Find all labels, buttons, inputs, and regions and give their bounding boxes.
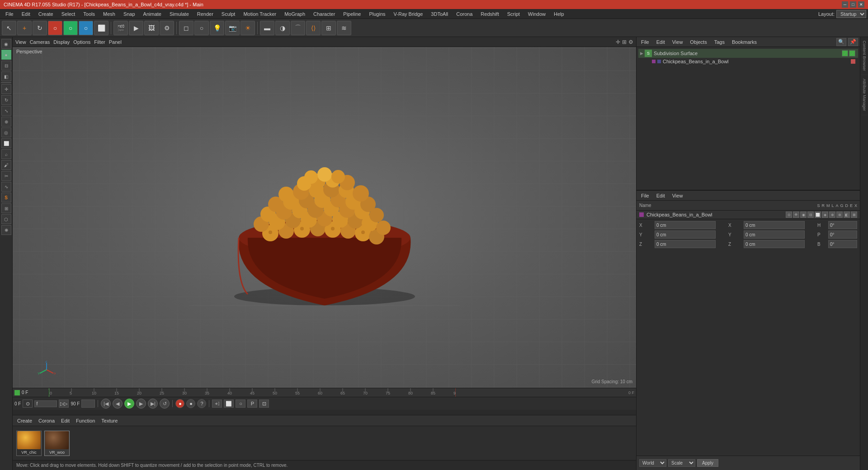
timeline-ruler-bar[interactable]: 0 5 10 15 20 25 30 35 [49, 388, 623, 397]
toolbar-grid[interactable]: ⊞ [321, 21, 336, 35]
coord-z-pos[interactable] [655, 240, 716, 248]
lt-knife[interactable]: ✂ [1, 171, 11, 181]
toolbar-bend[interactable]: ⌒ [291, 21, 305, 35]
attr-icon-10[interactable]: ⊠ [851, 212, 857, 218]
obj-pin[interactable]: 📌 [848, 38, 858, 46]
lt-sculpt[interactable]: ❋ [1, 225, 11, 235]
lt-mode-point[interactable]: ● [1, 50, 11, 60]
menu-script[interactable]: Script [504, 10, 524, 18]
mat-menu-corona[interactable]: Corona [36, 417, 57, 424]
coord-x-pos[interactable] [655, 221, 716, 229]
tl-autokey[interactable]: ● [186, 399, 195, 408]
toolbar-terrain[interactable]: ≋ [337, 21, 351, 35]
material-swatch-2[interactable]: VR_woo [44, 431, 70, 456]
vp-menu-filter[interactable]: Filter [94, 39, 105, 45]
tl-prev-frame[interactable]: ◀ [113, 399, 123, 409]
menu-sculpt[interactable]: Sculpt [218, 10, 239, 18]
mat-menu-create[interactable]: Create [14, 417, 35, 424]
obj-menu-view[interactable]: View [670, 38, 686, 46]
attr-object-row[interactable]: Chickpeas_Beans_in_a_Bowl ⊙ 👁 ◉ ⊟ ⬜ ◈ ⊕ … [637, 211, 860, 219]
menu-3dtoall[interactable]: 3DToAll [427, 10, 452, 18]
tl-go-end[interactable]: ▶| [148, 399, 158, 409]
mat-menu-function[interactable]: Function [73, 417, 98, 424]
vp-menu-view[interactable]: View [15, 39, 26, 45]
coord-y-size[interactable] [744, 230, 805, 239]
toolbar-render-settings[interactable]: ⚙ [160, 21, 174, 35]
toolbar-obj-cube[interactable]: ◻ [179, 21, 193, 35]
scale-dropdown[interactable]: Scale Size [668, 459, 695, 467]
vp-menu-cameras[interactable]: Cameras [30, 39, 50, 45]
tl-next-frame[interactable]: ▶ [136, 399, 146, 409]
toolbar-render[interactable]: ▶ [129, 21, 143, 35]
lt-tool-rotate[interactable]: ↻ [1, 95, 11, 105]
mat-menu-texture[interactable]: Texture [99, 417, 120, 424]
attr-menu-file[interactable]: File [638, 192, 652, 199]
coord-y-pos[interactable] [655, 230, 716, 239]
attr-menu-edit[interactable]: Edit [654, 192, 668, 199]
toolbar-rotate[interactable]: ↻ [33, 21, 47, 35]
toolbar-sky[interactable]: ◑ [275, 21, 290, 35]
tl-help[interactable]: ? [197, 399, 206, 408]
menu-create[interactable]: Create [35, 10, 57, 18]
menu-snap[interactable]: Snap [120, 10, 139, 18]
coord-b-val[interactable] [828, 240, 857, 248]
coord-x-size[interactable] [744, 221, 805, 229]
attr-icon-1[interactable]: ⊙ [786, 212, 792, 218]
coord-p-val[interactable] [828, 230, 857, 239]
obj-item-subdivision[interactable]: ▶ S Subdivision Surface ✓ ✓ [638, 49, 858, 58]
menu-vray-bridge[interactable]: V-Ray Bridge [390, 10, 427, 18]
lt-tool-axis[interactable]: ⊕ [1, 117, 11, 127]
viewport[interactable]: View Cameras Display Options Filter Pane… [13, 37, 636, 388]
tl-frame-input[interactable] [34, 400, 57, 407]
obj-menu-file[interactable]: File [638, 38, 652, 46]
attr-icon-8[interactable]: ⊛ [836, 212, 843, 218]
menu-corona[interactable]: Corona [453, 10, 476, 18]
toolbar-scale-y[interactable]: ○ [63, 21, 78, 35]
toolbar-select-rect[interactable]: ⬜ [94, 21, 108, 35]
menu-window[interactable]: Window [524, 10, 549, 18]
coord-z-size[interactable] [744, 240, 805, 248]
close-button[interactable]: ✕ [858, 1, 864, 8]
tl-record-btn[interactable]: ⊙ [23, 400, 33, 408]
tl-play-config[interactable]: ▷▷ [59, 400, 69, 408]
vp-icon-settings[interactable]: ⚙ [628, 39, 633, 45]
tl-record-key[interactable]: ● [175, 399, 184, 408]
toolbar-render-region[interactable]: 🎬 [113, 21, 128, 35]
lt-mode-polygon[interactable]: ◧ [1, 71, 11, 81]
attr-icon-6[interactable]: ◈ [822, 212, 828, 218]
attr-icon-4[interactable]: ⊟ [807, 212, 814, 218]
lt-paint-sel[interactable]: 🖌 [1, 160, 11, 170]
tl-key-p[interactable]: P [247, 400, 257, 408]
menu-motion-tracker[interactable]: Motion Tracker [240, 10, 280, 18]
menu-redshift[interactable]: Redshift [477, 10, 502, 18]
attr-menu-view[interactable]: View [670, 192, 686, 199]
coord-h-val[interactable] [828, 221, 857, 229]
menu-animate[interactable]: Animate [140, 10, 165, 18]
attr-icon-9[interactable]: ◧ [844, 212, 850, 218]
lt-tool-move[interactable]: ✛ [1, 84, 11, 94]
vp-icon-move[interactable]: ✛ [616, 39, 620, 45]
apply-button[interactable]: Apply [697, 459, 718, 467]
vp-menu-options[interactable]: Options [73, 39, 90, 45]
obj-check-subdiv-2[interactable]: ✓ [849, 50, 855, 56]
attr-icon-5[interactable]: ⬜ [815, 212, 821, 218]
lt-live-selection[interactable]: ◎ [1, 127, 11, 137]
vp-icon-expand[interactable]: ⊞ [622, 39, 627, 45]
lt-rect-selection[interactable]: ⬜ [1, 138, 11, 148]
layout-dropdown[interactable]: Startup [836, 10, 866, 18]
attr-icon-7[interactable]: ⊕ [829, 212, 835, 218]
lt-lasso[interactable]: ⌕ [1, 149, 11, 159]
toolbar-obj-sun[interactable]: ☀ [241, 21, 255, 35]
mat-menu-edit[interactable]: Edit [58, 417, 72, 424]
lt-s[interactable]: S [1, 193, 11, 202]
toolbar-obj-sphere[interactable]: ○ [194, 21, 209, 35]
lt-magnet[interactable]: ∿ [1, 182, 11, 192]
tl-key-del[interactable]: ⬜ [224, 400, 234, 408]
obj-menu-edit[interactable]: Edit [654, 38, 668, 46]
menu-tools[interactable]: Tools [80, 10, 99, 18]
toolbar-scale-z[interactable]: ○ [79, 21, 93, 35]
menu-render[interactable]: Render [193, 10, 217, 18]
obj-menu-objects[interactable]: Objects [687, 38, 709, 46]
minimize-button[interactable]: ─ [842, 1, 848, 8]
maximize-button[interactable]: □ [850, 1, 856, 8]
